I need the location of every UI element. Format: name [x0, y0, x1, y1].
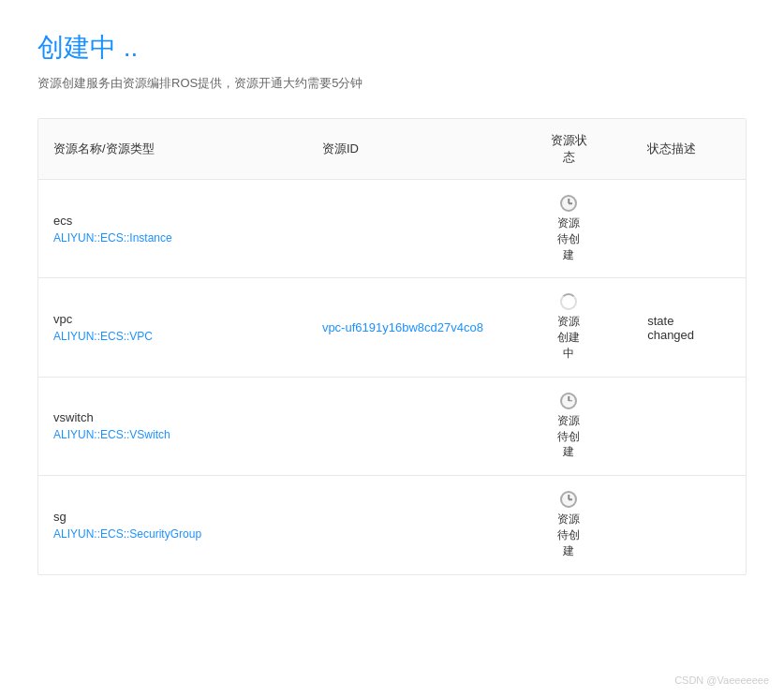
resource-name-cell: vswitch ALIYUN::ECS::VSwitch [38, 377, 307, 475]
spinner-icon [560, 293, 577, 310]
resource-table: 资源名称/资源类型 资源ID 资源状态 状态描述 ecs ALIYUN::ECS… [38, 119, 746, 574]
resource-status-cell: 资源创建中 [505, 278, 632, 377]
table-row: sg ALIYUN::ECS::SecurityGroup 资源待创建 [38, 476, 746, 574]
resource-name-cell: vpc ALIYUN::ECS::VPC [38, 278, 307, 377]
resource-id: vpc-uf6191y16bw8cd27v4co8 [322, 320, 483, 334]
status-text: 资源创建中 [557, 314, 580, 361]
resource-name: vswitch [53, 410, 292, 424]
status-description-cell [632, 476, 746, 574]
resource-name: sg [53, 510, 292, 524]
status-description-cell [632, 377, 746, 475]
clock-icon [560, 393, 577, 409]
status-wrapper: 资源待创建 [520, 393, 617, 460]
resource-id-cell [307, 377, 505, 475]
page-title: 创建中 .. [37, 30, 747, 66]
page-subtitle: 资源创建服务由资源编排ROS提供，资源开通大约需要5分钟 [37, 75, 747, 92]
status-wrapper: 资源创建中 [520, 293, 617, 361]
resource-id-cell: vpc-uf6191y16bw8cd27v4co8 [307, 278, 505, 377]
status-wrapper: 资源待创建 [520, 195, 617, 262]
table-row: vpc ALIYUN::ECS::VPC vpc-uf6191y16bw8cd2… [38, 278, 746, 377]
resource-type: ALIYUN::ECS::VSwitch [53, 428, 292, 441]
status-text: 资源待创建 [557, 512, 580, 558]
status-description-cell [632, 180, 746, 278]
resource-status-cell: 资源待创建 [505, 377, 632, 475]
resource-type: ALIYUN::ECS::VPC [53, 330, 292, 343]
resource-name: ecs [53, 214, 292, 228]
resource-name-cell: sg ALIYUN::ECS::SecurityGroup [38, 476, 307, 574]
resource-status-cell: 资源待创建 [505, 476, 632, 574]
status-wrapper: 资源待创建 [520, 491, 617, 558]
resource-type: ALIYUN::ECS::SecurityGroup [53, 527, 292, 541]
watermark: CSDN @Vaeeeeeee [674, 675, 769, 686]
col-header-name: 资源名称/资源类型 [38, 119, 307, 180]
resource-status-cell: 资源待创建 [505, 180, 632, 278]
table-row: ecs ALIYUN::ECS::Instance 资源待创建 [38, 180, 746, 278]
resource-id-cell [307, 180, 505, 278]
resource-id-cell [307, 476, 505, 574]
status-description-cell: statechanged [632, 278, 746, 377]
clock-icon [560, 195, 577, 212]
resource-type: ALIYUN::ECS::Instance [53, 231, 292, 245]
status-text: 资源待创建 [557, 413, 580, 460]
resource-name: vpc [53, 312, 292, 326]
clock-icon [560, 491, 577, 508]
col-header-status: 资源状态 [505, 119, 632, 180]
resource-name-cell: ecs ALIYUN::ECS::Instance [38, 180, 307, 278]
table-header-row: 资源名称/资源类型 资源ID 资源状态 状态描述 [38, 119, 746, 180]
table-row: vswitch ALIYUN::ECS::VSwitch 资源待创建 [38, 377, 746, 475]
status-description: statechanged [647, 314, 694, 342]
col-header-desc: 状态描述 [632, 119, 746, 180]
status-text: 资源待创建 [557, 215, 580, 262]
col-header-id: 资源ID [307, 119, 505, 180]
resource-table-container: 资源名称/资源类型 资源ID 资源状态 状态描述 ecs ALIYUN::ECS… [37, 118, 747, 575]
